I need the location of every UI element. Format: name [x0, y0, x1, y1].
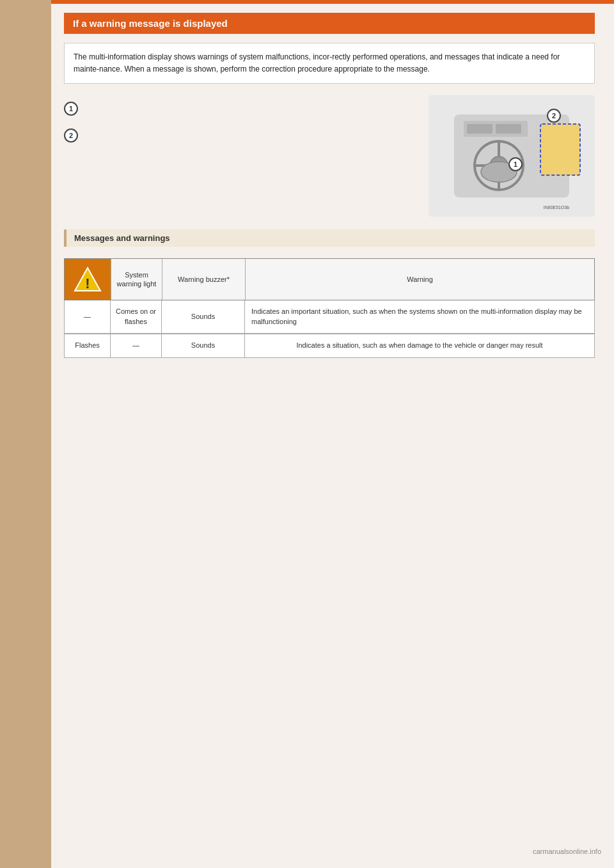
- label-item-1: 1: [64, 102, 416, 116]
- orange-bar: [51, 0, 614, 4]
- watermark: carmanualsonline.info: [533, 848, 601, 855]
- svg-text:1: 1: [514, 160, 517, 168]
- label-num-2: 2: [64, 128, 78, 143]
- svg-rect-15: [467, 124, 492, 134]
- car-diagram: 1 2 IN80E51O3b: [429, 95, 595, 217]
- row1-col-sounds: Sounds: [162, 300, 245, 333]
- diagram-area: 1 2: [64, 95, 595, 217]
- table-row-2: Flashes — Sounds Indicates a situation, …: [64, 334, 595, 357]
- svg-text:2: 2: [552, 112, 556, 120]
- row2-col-desc: Indicates a situation, such as when dama…: [245, 334, 594, 357]
- table-row-1: — Comes on or flashes Sounds Indicates a…: [64, 300, 595, 334]
- subsection-title: Messages and warnings: [64, 229, 595, 247]
- warning-table: ! System warning light Warning buzzer* W…: [64, 258, 595, 357]
- svg-text:IN80E51O3b: IN80E51O3b: [544, 205, 570, 210]
- label-num-1: 1: [64, 102, 78, 116]
- table-col-buzzer: Warning buzzer*: [162, 259, 245, 300]
- svg-text:!: !: [85, 275, 90, 291]
- label-item-2: 2: [64, 128, 416, 143]
- row1-col-system: —: [65, 300, 111, 333]
- row1-col-desc: Indicates an important situation, such a…: [245, 300, 594, 333]
- section-title: If a warning message is displayed: [64, 13, 595, 34]
- main-content: If a warning message is displayed The mu…: [64, 13, 595, 369]
- warning-icon-cell: !: [65, 259, 111, 300]
- left-sidebar: [0, 0, 51, 868]
- intro-box: The multi-information display shows warn…: [64, 43, 595, 84]
- svg-rect-11: [540, 124, 580, 175]
- svg-rect-16: [496, 124, 521, 134]
- row2-col-comes: —: [111, 334, 162, 357]
- row2-col-system: Flashes: [65, 334, 111, 357]
- table-col-system: System warning light: [111, 259, 162, 300]
- table-col-warning: Warning: [245, 259, 594, 300]
- row1-col-comes: Comes on or flashes: [111, 300, 162, 333]
- row2-col-sounds: Sounds: [162, 334, 245, 357]
- labels-col: 1 2: [64, 95, 416, 155]
- table-header-row: ! System warning light Warning buzzer* W…: [64, 258, 595, 300]
